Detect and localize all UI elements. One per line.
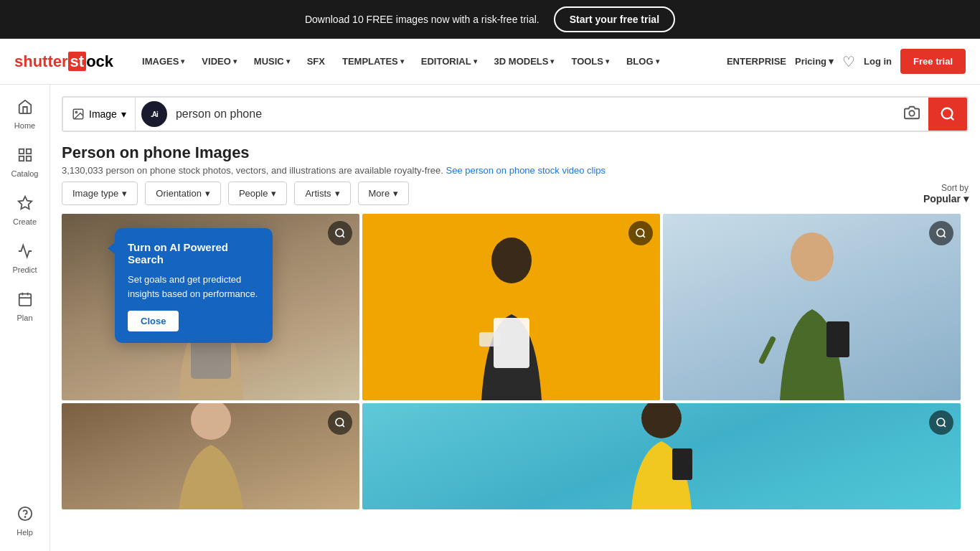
catalog-icon: [17, 147, 33, 166]
free-trial-button[interactable]: Free trial: [900, 49, 966, 74]
predict-icon: [17, 243, 33, 263]
search-type-select[interactable]: Image ▾: [63, 98, 136, 131]
nav-editorial[interactable]: EDITORIAL▾: [414, 52, 484, 71]
svg-rect-3: [26, 156, 30, 161]
zoom-btn-1[interactable]: [328, 221, 352, 245]
sidebar-home-label: Home: [14, 121, 35, 130]
sidebar-item-predict[interactable]: Predict: [0, 236, 50, 281]
nav-images[interactable]: IMAGES▾: [135, 52, 192, 71]
person-silhouette-3: [733, 217, 891, 400]
person-silhouette-2: [440, 221, 583, 400]
ai-search-badge[interactable]: .Ai: [141, 101, 167, 127]
image-card-3[interactable]: [663, 214, 961, 400]
svg-point-33: [641, 403, 682, 438]
svg-line-29: [943, 235, 946, 237]
svg-rect-34: [672, 448, 692, 480]
svg-line-15: [951, 117, 953, 120]
svg-point-35: [937, 418, 945, 426]
svg-line-36: [943, 425, 946, 427]
image-type-icon: [72, 108, 85, 121]
filter-image-type[interactable]: Image type ▾: [62, 182, 138, 205]
logo[interactable]: shutterstock: [14, 52, 113, 71]
image-card-2[interactable]: [362, 214, 660, 400]
zoom-btn-3[interactable]: [929, 221, 953, 245]
nav-music[interactable]: MUSIC▾: [247, 52, 297, 71]
filters-bar: Image type ▾ Orientation ▾ People ▾ Arti…: [62, 182, 969, 205]
svg-rect-22: [479, 332, 501, 347]
svg-point-13: [909, 110, 914, 116]
svg-line-32: [342, 425, 344, 427]
filter-people[interactable]: People ▾: [228, 182, 287, 205]
person-silhouette-5: [590, 403, 733, 509]
svg-point-28: [937, 229, 945, 237]
sidebar-plan-label: Plan: [17, 314, 32, 322]
svg-rect-26: [826, 321, 849, 357]
sidebar: Home Catalog Create Predict Plan: [0, 85, 50, 551]
more-arrow: ▾: [393, 188, 398, 199]
results-subtitle: 3,130,033 person on phone stock photos, …: [62, 165, 969, 176]
search-input[interactable]: [167, 108, 895, 121]
images-arrow: ▾: [181, 57, 184, 65]
svg-marker-4: [18, 197, 31, 209]
video-arrow: ▾: [233, 57, 237, 65]
nav-sfx[interactable]: SFX: [300, 52, 332, 71]
sidebar-item-create[interactable]: Create: [0, 188, 50, 233]
zoom-icon-2: [635, 227, 646, 239]
search-type-label: Image: [89, 108, 117, 120]
camera-search-icon[interactable]: [895, 105, 928, 124]
banner-cta-button[interactable]: Start your free trial: [554, 6, 675, 32]
filter-orientation[interactable]: Orientation ▾: [145, 182, 221, 205]
favorites-icon[interactable]: ♡: [842, 53, 855, 70]
navbar: shutterstock IMAGES▾ VIDEO▾ MUSIC▾ SFX T…: [0, 39, 980, 85]
sidebar-item-home[interactable]: Home: [0, 92, 50, 137]
nav-right: ENTERPRISE Pricing ▾ ♡ Log in Free trial: [727, 49, 966, 74]
zoom-btn-5[interactable]: [929, 410, 953, 435]
templates-arrow: ▾: [400, 57, 404, 65]
nav-video[interactable]: VIDEO▾: [194, 52, 243, 71]
nav-items: IMAGES▾ VIDEO▾ MUSIC▾ SFX TEMPLATES▾ EDI…: [135, 52, 727, 71]
svg-point-25: [791, 232, 834, 281]
zoom-icon-3: [936, 227, 947, 239]
svg-point-20: [491, 237, 532, 283]
zoom-btn-4[interactable]: [328, 410, 352, 435]
video-clips-link[interactable]: See person on phone stock video clips: [446, 165, 606, 176]
sort-value[interactable]: Popular ▾: [923, 193, 969, 204]
editorial-arrow: ▾: [473, 57, 477, 65]
filter-artists[interactable]: Artists ▾: [294, 182, 350, 205]
sidebar-item-help[interactable]: Help: [0, 499, 50, 544]
pricing-arrow: ▾: [829, 56, 834, 67]
3d-arrow: ▾: [550, 57, 554, 65]
search-icon: [940, 106, 956, 122]
svg-line-24: [643, 235, 645, 237]
zoom-btn-2[interactable]: [628, 221, 653, 245]
sidebar-catalog-label: Catalog: [11, 169, 39, 178]
tools-arrow: ▾: [606, 57, 609, 65]
sidebar-item-plan[interactable]: Plan: [0, 284, 50, 329]
sidebar-help-label: Help: [17, 528, 33, 537]
ai-tooltip-popup: Turn on AI Powered Search Set goals and …: [115, 228, 273, 343]
nav-pricing[interactable]: Pricing ▾: [795, 56, 834, 67]
filter-more[interactable]: More ▾: [358, 182, 410, 205]
image-card-5[interactable]: [362, 403, 961, 509]
svg-point-18: [336, 229, 344, 237]
nav-blog[interactable]: BLOG▾: [619, 52, 666, 71]
nav-enterprise[interactable]: ENTERPRISE: [727, 56, 786, 67]
nav-tools[interactable]: TOOLS▾: [564, 52, 616, 71]
svg-point-31: [336, 418, 344, 426]
nav-3d[interactable]: 3D MODELS▾: [487, 52, 562, 71]
sort-label: Sort by: [941, 183, 969, 193]
search-button[interactable]: [928, 98, 967, 131]
top-banner: Download 10 FREE images now with a risk-…: [0, 0, 980, 39]
nav-templates[interactable]: TEMPLATES▾: [335, 52, 411, 71]
ai-tooltip-close-button[interactable]: Close: [128, 311, 179, 331]
help-icon: [17, 506, 33, 525]
image-card-4[interactable]: [62, 403, 359, 509]
home-icon: [17, 99, 33, 118]
image-type-arrow: ▾: [122, 188, 127, 199]
zoom-icon-1: [334, 227, 346, 239]
ai-tooltip-title: Turn on AI Powered Search: [128, 241, 260, 265]
sidebar-item-catalog[interactable]: Catalog: [0, 140, 50, 185]
content-area: Image ▾ .Ai Person on phone Images 3,130…: [50, 85, 980, 551]
orientation-arrow: ▾: [205, 188, 210, 199]
login-button[interactable]: Log in: [864, 56, 892, 67]
